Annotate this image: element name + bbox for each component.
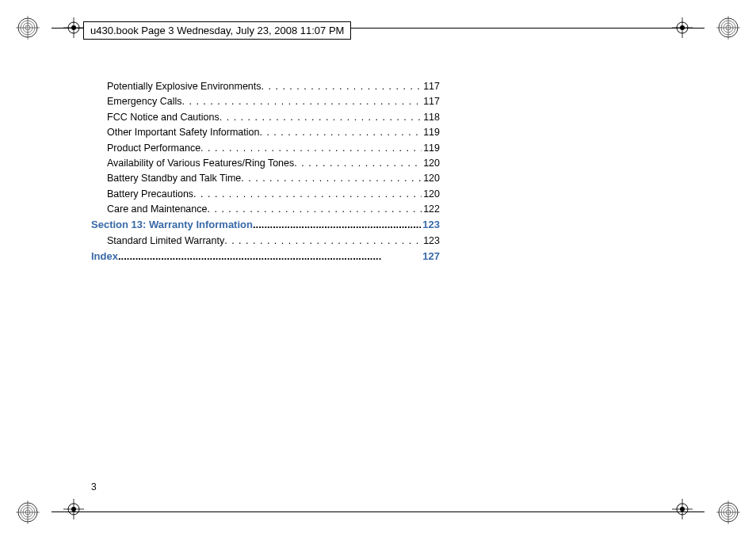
crop-mark-bottom-right-icon (716, 500, 740, 524)
toc-sub-line: Care and Maintenance122 (107, 202, 440, 217)
toc-page: 117 (422, 79, 440, 94)
registration-target-icon (672, 17, 693, 41)
toc-leader-dots (253, 217, 421, 233)
registration-target-icon (63, 499, 84, 523)
toc-page: 120 (422, 187, 440, 202)
toc-title: FCC Notice and Cautions (107, 110, 220, 125)
toc-title: Section 13: Warranty Information (91, 217, 253, 233)
toc-leader-dots (262, 79, 422, 94)
toc-sub-line: Availability of Various Features/Ring To… (107, 156, 440, 171)
toc-title: Emergency Calls (107, 94, 181, 109)
toc-sub-line: Product Performance 119 (107, 141, 440, 156)
registration-target-icon (63, 17, 84, 41)
crop-line-bottom (52, 511, 704, 512)
toc-page: 120 (422, 171, 440, 186)
toc-title: Other Important Safety Information (107, 125, 259, 140)
toc-leader-dots (118, 249, 421, 264)
toc-sub-line: Potentially Explosive Environments117 (107, 79, 440, 94)
toc-title: Care and Maintenance (107, 202, 207, 217)
toc-page: 122 (422, 202, 440, 217)
toc-leader-dots (294, 156, 422, 171)
toc-sub-line: Battery Standby and Talk Time120 (107, 171, 440, 186)
toc-title: Battery Precautions (107, 187, 193, 202)
toc-title: Standard Limited Warranty (107, 234, 224, 249)
toc-title: Index (91, 249, 118, 264)
crop-mark-top-right-icon (716, 16, 740, 40)
toc-leader-dots (259, 125, 422, 140)
toc-title: Battery Standby and Talk Time (107, 171, 241, 186)
toc-page: 119 (422, 141, 440, 156)
toc-sub-line: FCC Notice and Cautions 118 (107, 110, 440, 125)
toc-leader-dots (224, 234, 422, 249)
toc-page: 127 (421, 249, 440, 264)
toc-title: Product Performance (107, 141, 200, 156)
toc-leader-dots (181, 94, 422, 109)
toc-page: 123 (421, 217, 440, 233)
toc-sub-line: Other Important Safety Information119 (107, 125, 440, 140)
toc-page: 120 (422, 156, 440, 171)
page-header-label: u430.book Page 3 Wednesday, July 23, 200… (83, 21, 351, 40)
toc-title: Availability of Various Features/Ring To… (107, 156, 294, 171)
toc-leader-dots (193, 187, 422, 202)
toc-section-line: Index 127 (91, 249, 440, 264)
toc-section-line: Section 13: Warranty Information 123 (91, 217, 440, 233)
toc-sub-line: Standard Limited Warranty123 (107, 234, 440, 249)
toc-page: 117 (422, 94, 440, 109)
toc-leader-dots (200, 141, 422, 156)
toc-leader-dots (220, 110, 422, 125)
crop-mark-top-left-icon (16, 16, 40, 40)
toc-sub-line: Emergency Calls117 (107, 94, 440, 109)
toc-title: Potentially Explosive Environments (107, 79, 262, 94)
page-number: 3 (91, 481, 97, 492)
toc-page: 118 (422, 110, 440, 125)
crop-mark-bottom-left-icon (16, 500, 40, 524)
registration-target-icon (672, 499, 693, 523)
toc-page: 119 (422, 125, 440, 140)
toc-sub-line: Battery Precautions 120 (107, 187, 440, 202)
toc-content: Potentially Explosive Environments117Eme… (107, 79, 440, 264)
toc-leader-dots (241, 171, 422, 186)
toc-page: 123 (422, 234, 440, 249)
toc-leader-dots (207, 202, 422, 217)
